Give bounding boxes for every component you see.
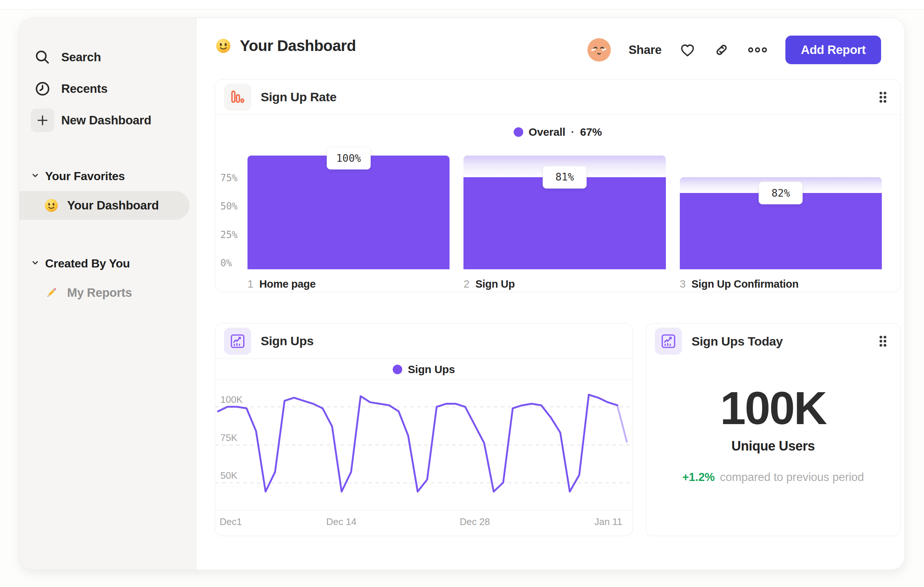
funnel-chart: 75%50%25%0%100%81%82%1Home page2Sign Up3… xyxy=(215,146,900,288)
main-content: Your Dashboard Share xyxy=(196,18,904,570)
line-x-tick: Jan 11 xyxy=(594,516,622,527)
funnel-step-labels: 1Home page2Sign Up3Sign Up Confirmation xyxy=(248,278,882,290)
stat-value: 100K xyxy=(720,382,826,435)
page-title: Your Dashboard xyxy=(240,37,356,55)
favorite-heart-icon[interactable] xyxy=(679,41,696,58)
sidebar-item-your-dashboard[interactable]: Your Dashboard xyxy=(20,191,190,220)
cards-area: Sign Up Rate Overall · 67% 75%5 xyxy=(196,79,904,536)
card-header: Sign Ups xyxy=(215,324,632,359)
card-sign-ups: Sign Ups Sign Ups 100K75K50K Dec1Dec 14D… xyxy=(215,323,633,536)
line-x-tick: Dec1 xyxy=(219,516,242,527)
sidebar-section-favorites: Your Favorites Your Dashboard xyxy=(20,166,196,220)
stat-body: 100K Unique Users +1.2% compared to prev… xyxy=(646,359,900,536)
funnel-step-label: 3Sign Up Confirmation xyxy=(680,278,882,290)
funnel-bar[interactable]: 81% xyxy=(464,155,665,269)
card-title: Sign Ups xyxy=(261,334,314,348)
section-label: Created By You xyxy=(45,257,130,270)
funnel-y-tick: 50% xyxy=(220,201,239,212)
section-header-created-by-you[interactable]: Created By You xyxy=(20,253,196,273)
sidebar-item-new-dashboard[interactable]: New Dashboard xyxy=(20,108,196,132)
sidebar: Search Recents New Dashboard xyxy=(20,18,196,570)
card-sign-ups-today: Sign Ups Today 100K Unique Users xyxy=(646,323,901,536)
funnel-step-label: 1Home page xyxy=(248,278,450,290)
funnel-step-label: 2Sign Up xyxy=(464,278,665,290)
card-sign-up-rate: Sign Up Rate Overall · 67% 75%5 xyxy=(215,79,901,292)
funnel-bar[interactable]: 82% xyxy=(680,155,882,269)
funnel-bars: 100%81%82% xyxy=(248,155,882,269)
sidebar-item-label: Recents xyxy=(61,82,107,96)
more-options-icon[interactable] xyxy=(747,41,768,58)
card-title: Sign Ups Today xyxy=(691,334,783,349)
chevron-down-icon xyxy=(30,169,40,183)
chevron-down-icon xyxy=(30,257,40,270)
line-chart-icon xyxy=(655,327,682,355)
card-header: Sign Ups Today xyxy=(646,324,900,359)
search-icon xyxy=(34,49,51,66)
funnel-value-label: 81% xyxy=(543,166,587,189)
copy-link-icon[interactable] xyxy=(714,42,730,58)
smiley-emoji xyxy=(44,198,59,213)
line-x-tick: Dec 28 xyxy=(460,516,490,527)
funnel-value-label: 100% xyxy=(327,147,371,169)
section-header-your-favorites[interactable]: Your Favorites xyxy=(20,166,196,186)
funnel-y-tick: 0% xyxy=(220,258,239,269)
sidebar-item-label: My Reports xyxy=(67,286,132,300)
line-chart-x-axis: Dec1Dec 14Dec 28Jan 11 xyxy=(215,510,632,532)
drag-handle-icon[interactable] xyxy=(878,334,888,348)
window-top-strip xyxy=(0,0,924,10)
sidebar-item-label: Your Dashboard xyxy=(67,198,159,212)
sidebar-item-label: Search xyxy=(61,50,101,64)
funnel-y-tick: 25% xyxy=(220,229,239,240)
funnel-value-label: 82% xyxy=(759,182,803,204)
funnel-legend[interactable]: Overall · 67% xyxy=(215,115,900,146)
pencil-emoji xyxy=(44,285,59,301)
stat-unit-label: Unique Users xyxy=(731,438,815,454)
bar-chart-icon xyxy=(224,84,251,111)
sidebar-item-label: New Dashboard xyxy=(61,113,152,127)
user-avatar[interactable] xyxy=(587,38,611,62)
section-label: Your Favorites xyxy=(45,169,125,183)
smiley-emoji xyxy=(215,37,232,54)
add-report-button[interactable]: Add Report xyxy=(785,36,881,64)
sidebar-section-created-by-you: Created By You My Reports xyxy=(20,253,196,307)
funnel-bar[interactable]: 100% xyxy=(248,155,450,269)
share-button[interactable]: Share xyxy=(629,43,662,57)
plus-icon xyxy=(31,109,54,132)
sidebar-item-recents[interactable]: Recents xyxy=(20,77,196,101)
legend-label: Overall xyxy=(529,126,565,138)
line-chart-icon xyxy=(224,327,251,355)
sidebar-item-my-reports[interactable]: My Reports xyxy=(20,278,196,307)
drag-handle-icon[interactable] xyxy=(878,90,888,104)
clock-icon xyxy=(34,80,51,97)
card-title: Sign Up Rate xyxy=(261,90,337,104)
stat-delta: +1.2% xyxy=(682,471,715,484)
sidebar-item-search[interactable]: Search xyxy=(20,45,196,69)
stat-comparison: compared to previous period xyxy=(720,471,864,484)
legend-separator: · xyxy=(571,126,574,138)
line-legend[interactable]: Sign Ups xyxy=(215,359,632,380)
app-window: Search Recents New Dashboard xyxy=(19,18,905,570)
card-header: Sign Up Rate xyxy=(215,79,900,115)
funnel-y-tick: 75% xyxy=(220,172,239,184)
legend-label: Sign Ups xyxy=(408,363,455,376)
legend-dot xyxy=(393,365,402,374)
line-x-tick: Dec 14 xyxy=(326,516,356,527)
legend-dot xyxy=(514,127,523,137)
line-series xyxy=(215,380,632,510)
dashboard-header: Your Dashboard Share xyxy=(196,18,904,79)
legend-value: 67% xyxy=(580,126,602,138)
line-chart: 100K75K50K xyxy=(215,380,632,510)
